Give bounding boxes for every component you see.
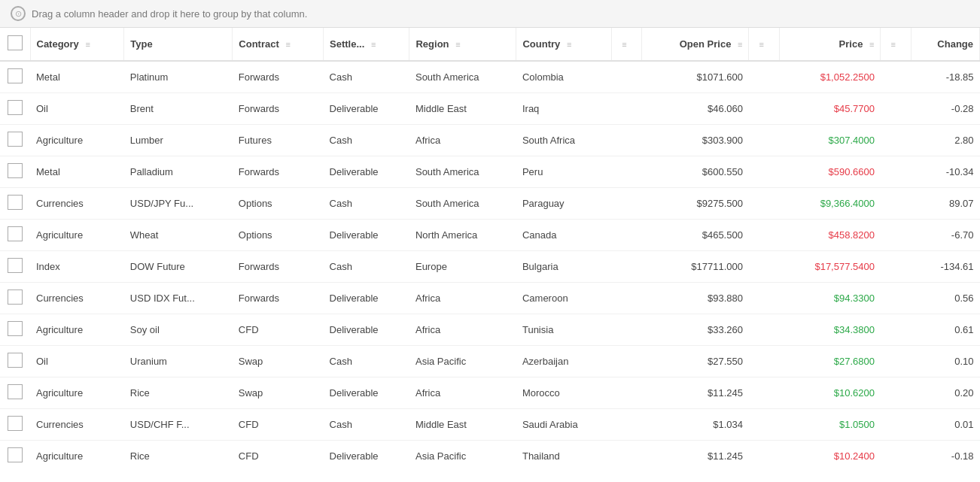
row-open-price: $11.245 — [642, 377, 749, 409]
row-price: $10.6200 — [779, 377, 881, 409]
row-type: Rice — [124, 377, 233, 409]
row-region: Asia Pacific — [409, 346, 516, 377]
row-checkbox-cell — [0, 441, 30, 465]
row-region: Africa — [409, 377, 516, 409]
row-extra2 — [749, 251, 779, 283]
row-region: North America — [409, 220, 516, 251]
row-extra — [612, 125, 642, 156]
row-extra2 — [749, 61, 779, 93]
row-open-price: $17711.000 — [642, 251, 749, 283]
row-extra3 — [881, 188, 911, 220]
row-extra3 — [881, 377, 911, 409]
row-checkbox[interactable] — [8, 100, 23, 115]
row-contract: Forwards — [233, 283, 324, 314]
row-checkbox[interactable] — [8, 195, 23, 210]
col-settle-filter-icon[interactable]: ≡ — [371, 40, 376, 49]
row-extra — [612, 283, 642, 314]
row-checkbox[interactable] — [8, 416, 23, 431]
col-country-filter-icon[interactable]: ≡ — [567, 40, 571, 49]
row-country: Thailand — [516, 441, 612, 465]
col-extra-filter-icon[interactable]: ≡ — [622, 40, 626, 49]
row-extra3 — [881, 220, 911, 251]
row-checkbox[interactable] — [8, 384, 23, 399]
col-category-filter-icon[interactable]: ≡ — [85, 40, 90, 49]
row-settle: Deliverable — [324, 314, 409, 346]
drag-hint-text: Drag a column header and drop it here to… — [32, 8, 307, 20]
row-checkbox[interactable] — [8, 226, 23, 241]
row-price: $1.0500 — [779, 409, 881, 441]
row-country: Canada — [516, 220, 612, 251]
table-row: OilBrentForwardsDeliverableMiddle EastIr… — [0, 93, 980, 125]
row-checkbox[interactable] — [8, 447, 23, 462]
row-extra — [612, 251, 642, 283]
col-contract-filter-icon[interactable]: ≡ — [285, 40, 290, 49]
row-settle: Deliverable — [324, 283, 409, 314]
row-checkbox-cell — [0, 409, 30, 441]
row-country: Tunisia — [516, 314, 612, 346]
row-open-price: $93.880 — [642, 283, 749, 314]
col-region-filter-icon[interactable]: ≡ — [455, 40, 460, 49]
col-open-price-filter-icon[interactable]: ≡ — [738, 40, 742, 49]
col-region-label: Region — [415, 38, 449, 50]
row-change: -18.85 — [911, 61, 979, 93]
col-price-label: Price — [839, 38, 863, 50]
row-type: USD/JPY Fu... — [124, 188, 233, 220]
row-type: Soy oil — [124, 314, 233, 346]
row-extra2 — [749, 93, 779, 125]
row-change: -134.61 — [911, 251, 979, 283]
col-extra2-filter-icon[interactable]: ≡ — [759, 40, 763, 49]
header-checkbox[interactable] — [8, 35, 23, 50]
table-row: AgricultureRiceCFDDeliverableAsia Pacifi… — [0, 441, 980, 465]
row-price: $9,366.4000 — [779, 188, 881, 220]
col-price: Price ≡ — [779, 28, 881, 61]
row-checkbox[interactable] — [8, 321, 23, 336]
col-open-price-label: Open Price — [680, 38, 732, 50]
table-body: MetalPlatinumForwardsCashSouth AmericaCo… — [0, 61, 980, 464]
row-extra2 — [749, 283, 779, 314]
table-row: CurrenciesUSD IDX Fut...ForwardsDelivera… — [0, 283, 980, 314]
row-open-price: $1071.600 — [642, 61, 749, 93]
row-type: USD IDX Fut... — [124, 283, 233, 314]
row-region: South America — [409, 156, 516, 188]
row-extra3 — [881, 283, 911, 314]
row-contract: Swap — [233, 346, 324, 377]
row-category: Currencies — [30, 409, 124, 441]
row-price: $17,577.5400 — [779, 251, 881, 283]
row-type: Palladium — [124, 156, 233, 188]
row-price: $590.6600 — [779, 156, 881, 188]
row-price: $10.2400 — [779, 441, 881, 465]
row-checkbox[interactable] — [8, 290, 23, 305]
drag-hint-icon: ⊙ — [11, 6, 26, 21]
col-extra3-filter-icon[interactable]: ≡ — [890, 40, 895, 49]
row-settle: Deliverable — [324, 93, 409, 125]
col-extra2: ≡ — [749, 28, 779, 61]
row-country: Colombia — [516, 61, 612, 93]
col-type-label: Type — [130, 38, 152, 50]
col-price-filter-icon[interactable]: ≡ — [869, 40, 874, 49]
col-contract-label: Contract — [239, 38, 278, 50]
row-contract: CFD — [233, 409, 324, 441]
row-settle: Cash — [324, 188, 409, 220]
col-settle-label: Settle... — [330, 38, 364, 50]
row-price: $34.3800 — [779, 314, 881, 346]
col-change-label: Change — [937, 38, 973, 50]
row-type: Lumber — [124, 125, 233, 156]
table-row: AgricultureLumberFuturesCashAfricaSouth … — [0, 125, 980, 156]
row-extra2 — [749, 188, 779, 220]
col-open-price: Open Price ≡ — [642, 28, 749, 61]
drag-hint-bar: ⊙ Drag a column header and drop it here … — [0, 0, 980, 28]
row-checkbox[interactable] — [8, 258, 23, 273]
col-extra: ≡ — [612, 28, 642, 61]
row-checkbox[interactable] — [8, 132, 23, 147]
col-category: Category ≡ — [30, 28, 124, 61]
row-checkbox[interactable] — [8, 353, 23, 368]
row-extra3 — [881, 61, 911, 93]
row-extra3 — [881, 251, 911, 283]
row-extra3 — [881, 93, 911, 125]
row-settle: Deliverable — [324, 377, 409, 409]
row-category: Agriculture — [30, 220, 124, 251]
row-contract: Forwards — [233, 156, 324, 188]
row-checkbox[interactable] — [8, 163, 23, 178]
row-country: Saudi Arabia — [516, 409, 612, 441]
row-checkbox[interactable] — [8, 68, 23, 83]
